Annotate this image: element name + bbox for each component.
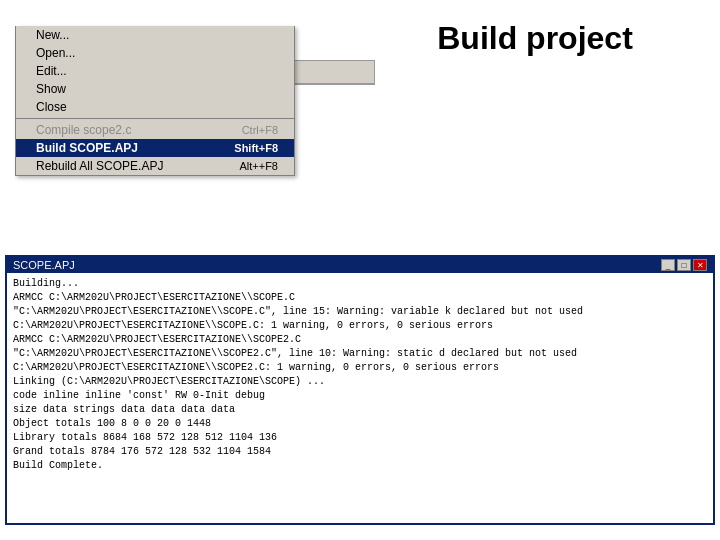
dropdown-item-compile: Compile scope2.c Ctrl+F8 (16, 121, 294, 139)
page-title: Build project (370, 20, 700, 57)
output-line: Grand totals 8784 176 572 128 532 1104 1… (13, 445, 707, 459)
output-line: code inline inline 'const' RW 0-Init deb… (13, 389, 707, 403)
dropdown-separator (16, 118, 294, 119)
minimize-button[interactable]: _ (661, 259, 675, 271)
output-line: Build Complete. (13, 459, 707, 473)
output-line: size data strings data data data data (13, 403, 707, 417)
output-line: ARMCC C:\ARM202U\PROJECT\ESERCITAZIONE\\… (13, 333, 707, 347)
maximize-button[interactable]: □ (677, 259, 691, 271)
dropdown-item-edit[interactable]: Edit... (16, 62, 294, 80)
output-line: Library totals 8684 168 572 128 512 1104… (13, 431, 707, 445)
output-titlebar-buttons: _ □ ✕ (661, 259, 707, 271)
output-line: ARMCC C:\ARM202U\PROJECT\ESERCITAZIONE\\… (13, 291, 707, 305)
title-area: Build project (370, 20, 700, 57)
close-button[interactable]: ✕ (693, 259, 707, 271)
output-line: "C:\ARM202U\PROJECT\ESERCITAZIONE\\SCOPE… (13, 305, 707, 319)
dropdown-menu: New... Open... Edit... Show Close Compil… (15, 26, 295, 176)
dropdown-item-open[interactable]: Open... (16, 44, 294, 62)
dropdown-item-new[interactable]: New... (16, 26, 294, 44)
output-titlebar: SCOPE.APJ _ □ ✕ (7, 257, 713, 273)
output-line: C:\ARM202U\PROJECT\ESERCITAZIONE\\SCOPE2… (13, 361, 707, 375)
output-line: Object totals 100 8 0 0 20 0 1448 (13, 417, 707, 431)
output-window-title: SCOPE.APJ (13, 259, 75, 271)
output-line: Linking (C:\ARM202U\PROJECT\ESERCITAZION… (13, 375, 707, 389)
dropdown-item-close[interactable]: Close (16, 98, 294, 116)
output-window: SCOPE.APJ _ □ ✕ Building...ARMCC C:\ARM2… (5, 255, 715, 525)
dropdown-item-build[interactable]: Build SCOPE.APJ Shift+F8 (16, 139, 294, 157)
dropdown-item-rebuild[interactable]: Rebuild All SCOPE.APJ Alt++F8 (16, 157, 294, 175)
output-content: Building...ARMCC C:\ARM202U\PROJECT\ESER… (7, 273, 713, 477)
output-line: "C:\ARM202U\PROJECT\ESERCITAZIONE\\SCOPE… (13, 347, 707, 361)
dropdown-item-show[interactable]: Show (16, 80, 294, 98)
output-line: Building... (13, 277, 707, 291)
output-line: C:\ARM202U\PROJECT\ESERCITAZIONE\\SCOPE.… (13, 319, 707, 333)
